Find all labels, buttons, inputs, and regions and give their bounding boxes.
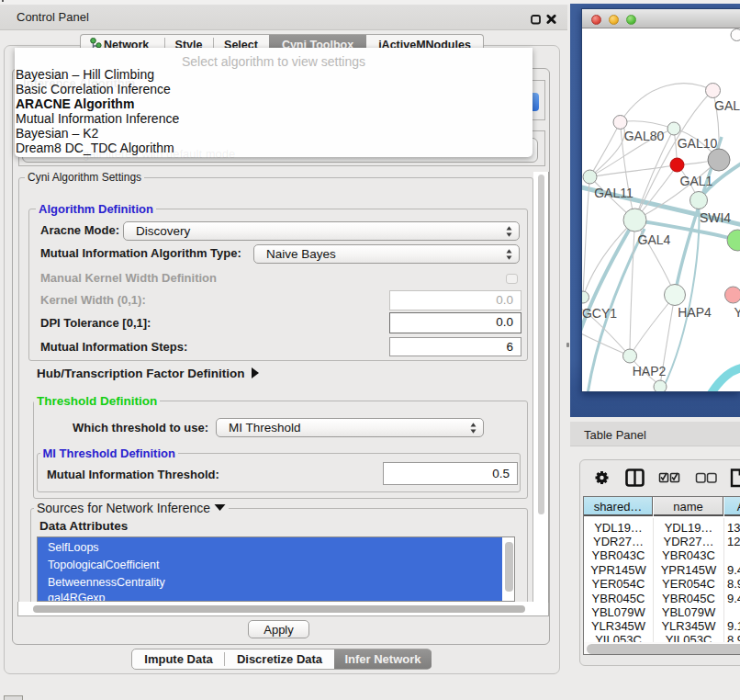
svg-text:HAP2: HAP2	[633, 364, 667, 378]
svg-text:GAL11: GAL11	[594, 186, 633, 200]
svg-text:GAL1: GAL1	[680, 174, 713, 188]
svg-text:YD: YD	[734, 305, 740, 320]
svg-text:SWI4: SWI4	[700, 210, 731, 225]
svg-text:HAP4: HAP4	[678, 305, 712, 320]
svg-text:GAL10: GAL10	[678, 136, 718, 151]
svg-text:GCY1: GCY1	[582, 306, 617, 321]
svg-text:GAL4: GAL4	[638, 232, 671, 247]
svg-text:GAL80: GAL80	[624, 129, 665, 143]
svg-text:GAL7: GAL7	[714, 98, 740, 113]
